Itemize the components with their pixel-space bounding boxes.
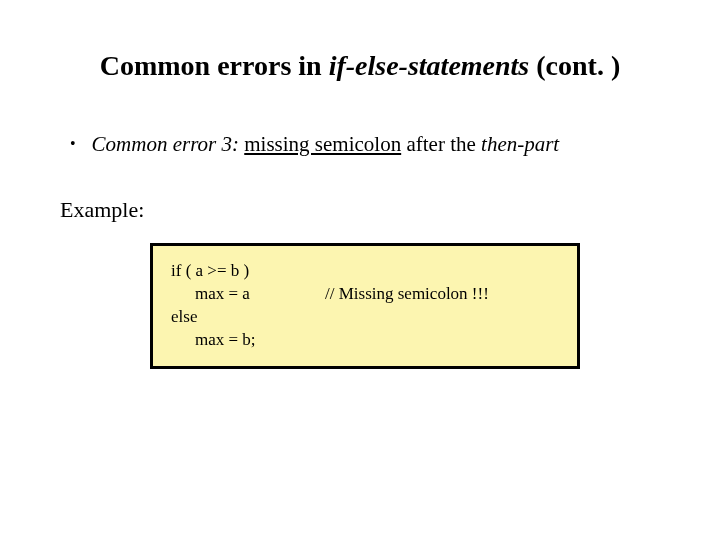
code-line-4: max = b; <box>171 329 559 352</box>
bullet-lead: Common error 3: <box>92 132 239 156</box>
code-l2-comment: // Missing semicolon !!! <box>325 283 489 306</box>
code-box-container: if ( a >= b ) max = a // Missing semicol… <box>150 243 660 369</box>
bullet-tail: then-part <box>481 132 559 156</box>
title-suffix: (cont. ) <box>529 50 620 81</box>
example-label: Example: <box>60 197 660 223</box>
code-l2-left: max = a <box>195 283 325 306</box>
bullet-underline: missing semicolon <box>244 132 401 156</box>
code-line-3: else <box>171 306 559 329</box>
bullet-item: • Common error 3: missing semicolon afte… <box>70 132 660 157</box>
code-line-1: if ( a >= b ) <box>171 260 559 283</box>
title-italic-part: if-else-statements <box>329 50 530 81</box>
bullet-after1: after the <box>401 132 481 156</box>
slide-title: Common errors in if-else-statements (con… <box>60 50 660 82</box>
bullet-text: Common error 3: missing semicolon after … <box>92 132 560 157</box>
code-box: if ( a >= b ) max = a // Missing semicol… <box>150 243 580 369</box>
bullet-marker: • <box>70 135 76 153</box>
title-prefix: Common errors in <box>100 50 329 81</box>
code-line-2: max = a // Missing semicolon !!! <box>171 283 559 306</box>
